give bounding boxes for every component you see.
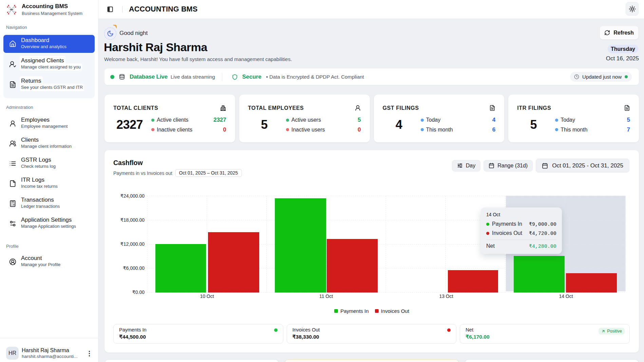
svg-text:14 Oct: 14 Oct bbox=[559, 294, 573, 299]
svg-text:₹18,000.00: ₹18,000.00 bbox=[120, 217, 145, 223]
svg-text:₹0.00: ₹0.00 bbox=[132, 289, 145, 295]
svg-text:₹6,000.00: ₹6,000.00 bbox=[123, 265, 145, 271]
svg-text:₹24,000.00: ₹24,000.00 bbox=[120, 193, 145, 199]
svg-text:10 Oct: 10 Oct bbox=[200, 294, 214, 299]
svg-text:11 Oct: 11 Oct bbox=[319, 294, 333, 299]
svg-text:13 Oct: 13 Oct bbox=[439, 294, 453, 299]
svg-text:₹12,000.00: ₹12,000.00 bbox=[120, 241, 145, 247]
